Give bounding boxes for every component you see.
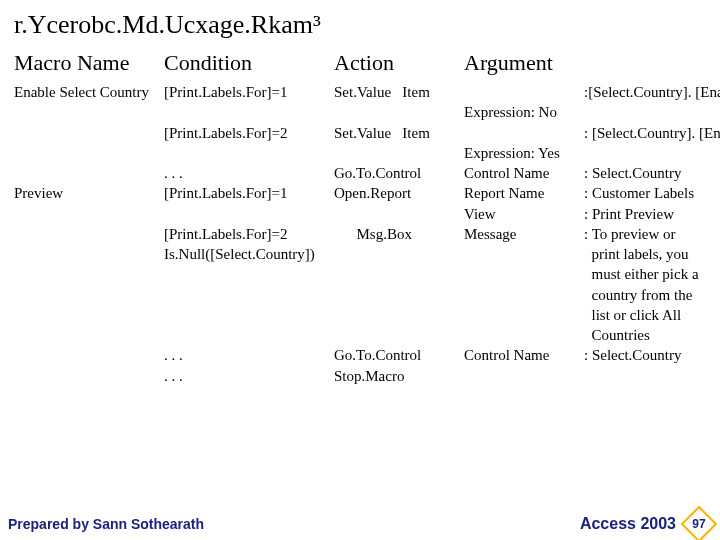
argument-label — [464, 264, 584, 284]
cell-argument: Control Name: Select.Country — [464, 163, 706, 183]
cell-argument: Expression: Yes — [464, 143, 706, 163]
argument-value: list or click All — [584, 305, 706, 325]
cell-condition — [164, 264, 334, 284]
argument-label — [464, 244, 584, 264]
argument-value: : To preview or — [584, 224, 706, 244]
argument-value — [584, 102, 706, 122]
cell-argument: View: Print Preview — [464, 204, 706, 224]
table-row: . . .Go.To.ControlControl Name: Select.C… — [14, 163, 706, 183]
cell-action — [334, 325, 464, 345]
header-macro: Macro Name — [14, 50, 164, 76]
cell-action: Set.Value Item — [334, 123, 464, 143]
macro-table: Enable Select Country[Print.Labels.For]=… — [14, 82, 706, 386]
cell-action: Go.To.Control — [334, 163, 464, 183]
table-row: View: Print Preview — [14, 204, 706, 224]
cell-action — [334, 285, 464, 305]
cell-argument: must either pick a — [464, 264, 706, 284]
cell-condition: Is.Null([Select.Country]) — [164, 244, 334, 264]
cell-argument: Expression: No — [464, 102, 706, 122]
table-row: Expression: Yes — [14, 143, 706, 163]
footer-prepared-by: Prepared by Sann Sothearath — [8, 516, 204, 532]
slide-title: r.Ycerobc.Md.Ucxage.Rkam³ — [14, 10, 706, 40]
cell-macro — [14, 224, 164, 244]
argument-label: Control Name — [464, 163, 584, 183]
cell-condition — [164, 204, 334, 224]
cell-condition: [Print.Labels.For]=1 — [164, 82, 334, 102]
cell-condition — [164, 305, 334, 325]
table-row: Is.Null([Select.Country]) print labels, … — [14, 244, 706, 264]
page-number: 97 — [686, 511, 712, 537]
cell-macro — [14, 123, 164, 143]
cell-action: Set.Value Item — [334, 82, 464, 102]
cell-argument: : [Select.Country]. [Enabled] — [464, 123, 720, 143]
cell-action — [334, 102, 464, 122]
argument-value: print labels, you — [584, 244, 706, 264]
argument-label — [464, 123, 584, 143]
argument-value: : Customer Labels — [584, 183, 706, 203]
cell-macro: Enable Select Country — [14, 82, 164, 102]
table-row: Countries — [14, 325, 706, 345]
argument-value: Countries — [584, 325, 706, 345]
cell-argument: Report Name: Customer Labels — [464, 183, 706, 203]
cell-macro — [14, 264, 164, 284]
cell-condition — [164, 143, 334, 163]
argument-label: Report Name — [464, 183, 584, 203]
footer: Prepared by Sann Sothearath Access 2003 … — [0, 512, 720, 540]
cell-action — [334, 143, 464, 163]
cell-condition: . . . — [164, 345, 334, 365]
argument-value: :[Select.Country]. [Enabled] — [584, 82, 720, 102]
header-action: Action — [334, 50, 464, 76]
argument-label — [464, 285, 584, 305]
header-argument: Argument — [464, 50, 706, 76]
argument-label — [464, 366, 584, 386]
cell-argument: Control Name: Select.Country — [464, 345, 706, 365]
cell-condition: . . . — [164, 163, 334, 183]
table-row: country from the — [14, 285, 706, 305]
argument-value: : Select.Country — [584, 345, 706, 365]
cell-action: Stop.Macro — [334, 366, 464, 386]
cell-action — [334, 244, 464, 264]
argument-label — [464, 305, 584, 325]
cell-condition — [164, 325, 334, 345]
cell-action — [334, 264, 464, 284]
cell-macro — [14, 244, 164, 264]
cell-argument — [464, 366, 706, 386]
cell-argument: print labels, you — [464, 244, 706, 264]
argument-label: Expression: Yes — [464, 143, 584, 163]
cell-condition: . . . — [164, 366, 334, 386]
cell-macro — [14, 345, 164, 365]
cell-macro — [14, 285, 164, 305]
cell-argument: Message: To preview or — [464, 224, 706, 244]
table-row: list or click All — [14, 305, 706, 325]
table-row: . . .Stop.Macro — [14, 366, 706, 386]
cell-condition: [Print.Labels.For]=2 — [164, 224, 334, 244]
table-row: [Print.Labels.For]=2 Msg.BoxMessage: To … — [14, 224, 706, 244]
cell-macro: Preview — [14, 183, 164, 203]
argument-value — [584, 366, 706, 386]
cell-argument: country from the — [464, 285, 706, 305]
argument-label — [464, 325, 584, 345]
argument-value: country from the — [584, 285, 706, 305]
cell-macro — [14, 366, 164, 386]
header-condition: Condition — [164, 50, 334, 76]
table-row: . . .Go.To.ControlControl Name: Select.C… — [14, 345, 706, 365]
cell-argument: list or click All — [464, 305, 706, 325]
cell-macro — [14, 204, 164, 224]
cell-condition: [Print.Labels.For]=1 — [164, 183, 334, 203]
cell-action — [334, 204, 464, 224]
argument-value: : Select.Country — [584, 163, 706, 183]
argument-label: View — [464, 204, 584, 224]
argument-label: Control Name — [464, 345, 584, 365]
cell-action: Go.To.Control — [334, 345, 464, 365]
cell-macro — [14, 325, 164, 345]
argument-label: Expression: No — [464, 102, 584, 122]
argument-value — [584, 143, 706, 163]
page-number-badge: 97 — [686, 511, 712, 537]
footer-brand: Access 2003 — [580, 515, 676, 533]
cell-condition — [164, 102, 334, 122]
cell-action: Open.Report — [334, 183, 464, 203]
cell-macro — [14, 143, 164, 163]
cell-macro — [14, 102, 164, 122]
argument-value: must either pick a — [584, 264, 706, 284]
cell-action — [334, 305, 464, 325]
